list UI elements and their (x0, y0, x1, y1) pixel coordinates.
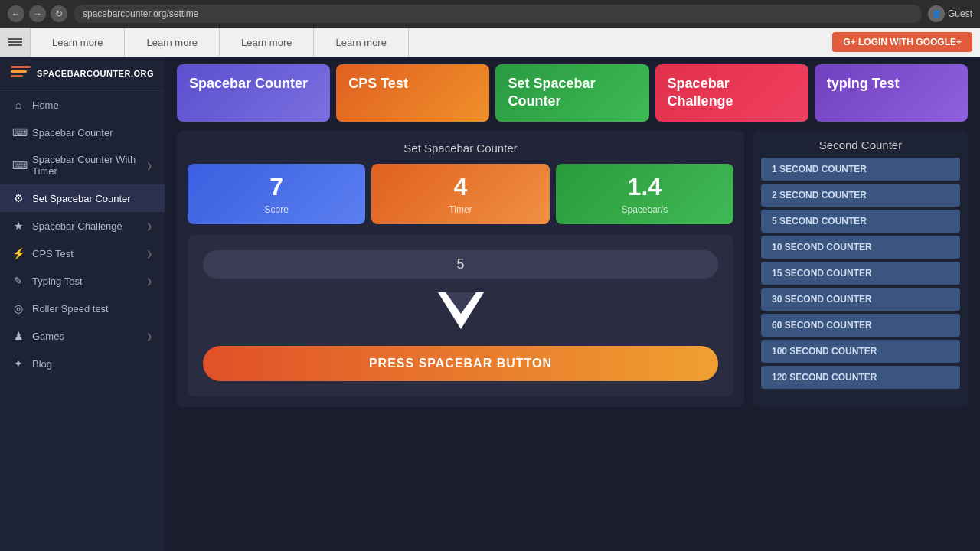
refresh-button[interactable]: ↻ (51, 5, 67, 22)
topnav-link-2[interactable]: Learn more (125, 28, 219, 57)
timer-label: Timer (381, 204, 540, 215)
feature-card-spacebar-challenge[interactable]: Spacebar Challenge (655, 64, 808, 122)
sidebar-item-label: Spacebar Counter (32, 127, 113, 139)
main-section: Set Spacebar Counter 7 Score 4 Timer 1.4… (177, 131, 968, 407)
score-label: Score (197, 204, 356, 215)
topnav-link-1[interactable]: Learn more (31, 28, 125, 57)
logo-text: SPACEBARCOUNTER.ORG (37, 69, 154, 78)
top-nav-links: Learn more Learn more Learn more Learn m… (31, 28, 832, 57)
chevron-right-icon-2: ❯ (146, 222, 152, 230)
sidebar-item-spacebar-challenge[interactable]: ★ Spacebar Challenge ❯ (0, 212, 165, 240)
top-nav: Learn more Learn more Learn more Learn m… (0, 28, 980, 57)
address-bar[interactable] (74, 5, 922, 23)
right-panel: Second Counter 1 SECOND COUNTER 2 SECOND… (753, 131, 968, 407)
speed-value: 1.4 (565, 173, 724, 201)
forward-button[interactable]: → (29, 5, 46, 22)
stats-row: 7 Score 4 Timer 1.4 Spacebar/s (188, 164, 733, 224)
games-icon: ♟ (12, 330, 24, 342)
browser-bar: ← → ↻ 👤 Guest (0, 0, 980, 28)
sidebar-item-label: Spacebar Challenge (32, 220, 122, 232)
topnav-link-4[interactable]: Learn more (314, 28, 408, 57)
speed-card: 1.4 Spacebar/s (556, 164, 733, 224)
counter-display: 5 (203, 250, 718, 279)
settings-icon: ⚙ (12, 192, 24, 204)
press-spacebar-button[interactable]: PRESS SPACEBAR BUTTON (203, 346, 718, 381)
arrow-down-icon (203, 292, 718, 334)
chevron-right-icon-4: ❯ (146, 277, 152, 285)
spacebar-section: Set Spacebar Counter 7 Score 4 Timer 1.4… (177, 131, 744, 407)
sidebar-item-set-spacebar-counter[interactable]: ⚙ Set Spacebar Counter (0, 184, 165, 212)
counter-link-1[interactable]: 1 SECOND COUNTER (761, 158, 960, 181)
sidebar-item-spacebar-counter-timer[interactable]: ⌨ Spacebar Counter With Timer ❯ (0, 146, 165, 184)
sidebar-item-typing-test[interactable]: ✎ Typing Test ❯ (0, 267, 165, 295)
timer-value: 4 (381, 173, 540, 201)
topnav-link-3[interactable]: Learn more (220, 28, 314, 57)
counter-link-120s[interactable]: 120 SECOND COUNTER (761, 366, 960, 389)
user-avatar: 👤 (928, 5, 945, 22)
content-area: Spacebar Counter CPS Test Set Spacebar C… (165, 57, 980, 551)
sidebar-item-label: Set Spacebar Counter (32, 193, 131, 204)
star-icon: ★ (12, 220, 24, 232)
sidebar-item-label: Games (32, 331, 64, 342)
back-button[interactable]: ← (8, 5, 24, 22)
sidebar: SPACEBARCOUNTER.ORG ⌂ Home ⌨ Spacebar Co… (0, 57, 165, 551)
feature-cards: Spacebar Counter CPS Test Set Spacebar C… (177, 64, 968, 122)
counter-link-10s[interactable]: 10 SECOND COUNTER (761, 236, 960, 259)
keyboard-timer-icon: ⌨ (12, 159, 24, 171)
score-value: 7 (197, 173, 356, 201)
sidebar-item-roller-speed-test[interactable]: ◎ Roller Speed test (0, 295, 165, 322)
feature-card-typing-test[interactable]: typing Test (815, 64, 968, 122)
sidebar-item-label: Home (32, 99, 59, 111)
browser-controls: ← → ↻ (8, 5, 67, 22)
browser-user: 👤 Guest (928, 5, 972, 22)
sidebar-item-label: Blog (32, 358, 52, 370)
feature-card-spacebar-counter[interactable]: Spacebar Counter (177, 64, 330, 122)
sidebar-item-label: CPS Test (32, 248, 74, 259)
sidebar-item-label: Spacebar Counter With Timer (32, 154, 139, 177)
sidebar-item-label: Typing Test (32, 276, 83, 287)
sidebar-item-home[interactable]: ⌂ Home (0, 91, 165, 119)
counter-link-30s[interactable]: 30 SECOND COUNTER (761, 288, 960, 311)
chevron-right-icon-3: ❯ (146, 249, 152, 258)
section-title: Set Spacebar Counter (188, 142, 733, 155)
feature-card-cps-test[interactable]: CPS Test (336, 64, 489, 122)
counter-link-15s[interactable]: 15 SECOND COUNTER (761, 262, 960, 285)
sidebar-item-games[interactable]: ♟ Games ❯ (0, 322, 165, 350)
pen-icon: ✎ (12, 275, 24, 287)
logo-icon (11, 66, 31, 81)
chevron-right-icon-5: ❯ (146, 332, 152, 341)
timer-card: 4 Timer (371, 164, 549, 224)
feature-card-set-spacebar-counter[interactable]: Set Spacebar Counter (495, 64, 648, 122)
main-layout: SPACEBARCOUNTER.ORG ⌂ Home ⌨ Spacebar Co… (0, 57, 980, 551)
keyboard-icon: ⌨ (12, 126, 24, 139)
login-button[interactable]: G+ LOGIN WITH GOOGLE+ (832, 32, 972, 52)
right-panel-title: Second Counter (761, 139, 960, 152)
speed-label: Spacebar/s (565, 204, 724, 215)
roller-icon: ◎ (12, 302, 24, 315)
lightning-icon: ⚡ (12, 247, 24, 259)
sidebar-item-blog[interactable]: ✦ Blog (0, 350, 165, 377)
counter-link-60s[interactable]: 60 SECOND COUNTER (761, 314, 960, 337)
blog-icon: ✦ (12, 357, 24, 370)
sidebar-item-cps-test[interactable]: ⚡ CPS Test ❯ (0, 240, 165, 267)
chevron-right-icon: ❯ (146, 161, 152, 170)
home-icon: ⌂ (12, 99, 24, 111)
hamburger-button[interactable] (0, 28, 31, 57)
sidebar-item-label: Roller Speed test (32, 303, 109, 315)
counter-area: 5 PRESS SPACEBAR BUTTON (188, 235, 733, 396)
counter-link-2[interactable]: 2 SECOND COUNTER (761, 184, 960, 207)
user-label: Guest (948, 8, 972, 19)
counter-link-100s[interactable]: 100 SECOND COUNTER (761, 340, 960, 363)
score-card: 7 Score (188, 164, 365, 224)
sidebar-item-spacebar-counter[interactable]: ⌨ Spacebar Counter (0, 119, 165, 146)
sidebar-logo: SPACEBARCOUNTER.ORG (0, 57, 165, 91)
counter-link-5s[interactable]: 5 SECOND COUNTER (761, 210, 960, 233)
